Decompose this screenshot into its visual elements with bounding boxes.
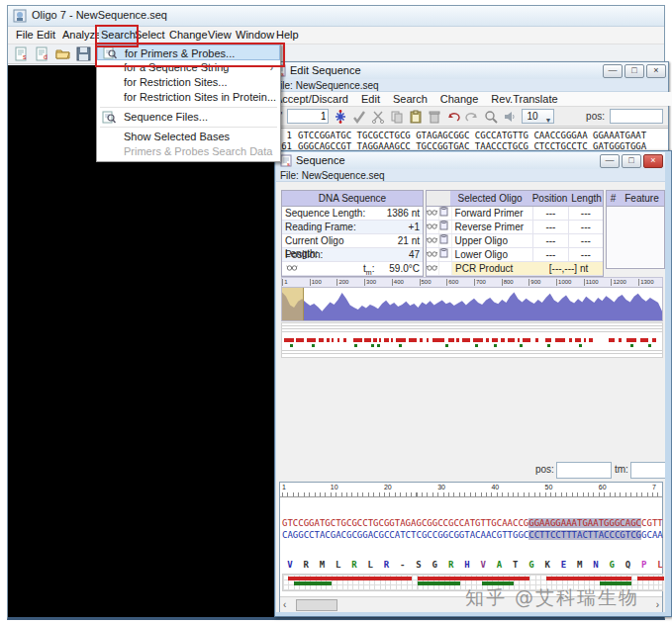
menu-item-6[interactable]: Primers & Probes Search Data — [97, 144, 280, 159]
menu-item-5[interactable]: Show Selected Bases — [97, 130, 280, 144]
edit-menu-change[interactable]: Change — [440, 92, 479, 106]
oligo-row-reverse-primer[interactable]: Reverse Primer------ — [427, 221, 603, 234]
menu-item-label: for Restriction Sites... — [124, 76, 228, 88]
track-red-segment — [545, 338, 551, 342]
delete-trash-icon[interactable] — [428, 110, 441, 124]
clipboard-icon[interactable] — [439, 248, 452, 261]
analyze-glasses-icon[interactable] — [427, 248, 439, 261]
svg-text:s: s — [287, 161, 290, 167]
insert-anchor-icon[interactable] — [334, 110, 347, 124]
histogram-tick: 1000 — [556, 279, 571, 286]
track-red-segment — [353, 338, 362, 342]
watermark: 知乎 @艾科瑞生物 — [465, 585, 639, 611]
scroll-right-arrow[interactable]: › — [656, 599, 659, 610]
tm-histogram[interactable] — [281, 287, 663, 321]
new-document-icon[interactable]: d — [35, 46, 49, 61]
track-red-segment — [652, 338, 656, 342]
edit-window-titlebar[interactable]: s Edit Sequence — □ × — [270, 62, 668, 80]
track-red-segment — [589, 338, 593, 342]
feature-table-body[interactable] — [607, 207, 664, 267]
sequence-window-titlebar[interactable]: s Sequence — □ × — [276, 152, 665, 170]
oligo-row-upper-oligo[interactable]: Upper Oligo------ — [427, 234, 603, 248]
menu-separator — [100, 107, 277, 108]
undo-icon[interactable] — [446, 110, 460, 124]
status-pos-label: pos: — [535, 464, 554, 475]
menubar-item-window[interactable]: Window — [234, 27, 276, 44]
edit-maximize-button[interactable]: □ — [624, 64, 644, 78]
analyze-glasses-icon[interactable] — [427, 207, 439, 220]
menu-item-0[interactable]: for Primers & Probes... — [97, 45, 280, 60]
status-pos-input[interactable] — [556, 462, 612, 479]
top-strand-pre: GTCCGGATGCTGCGCCTGCGGTAGAGCGGCCGCCATGTTG… — [282, 518, 528, 528]
menu-item-2[interactable]: for Restriction Sites... — [97, 75, 280, 90]
accept-check-icon[interactable] — [352, 110, 366, 124]
menubar-item-file[interactable]: File — [14, 27, 36, 44]
menu-separator — [100, 127, 277, 128]
menubar-item-select[interactable]: Select — [133, 27, 167, 44]
selected-oligo-table: Selected Oligo Position Length Forward P… — [426, 190, 604, 277]
dna-sequence-table: DNA Sequence Sequence Length:1386 ntRead… — [281, 190, 424, 277]
scroll-left-arrow[interactable]: ‹ — [283, 599, 286, 610]
dna-row-label: Reading Frame: — [282, 221, 376, 233]
oligo-row-lower-oligo[interactable]: Lower Oligo------ — [427, 248, 603, 262]
analyze-glasses-icon[interactable] — [427, 221, 439, 233]
oligo-position: --- — [532, 221, 567, 233]
clipboard-icon[interactable] — [439, 221, 452, 233]
oligo-name: Reverse Primer — [452, 221, 533, 233]
new-sequence-icon[interactable]: s — [14, 46, 29, 61]
edit-pos-input[interactable] — [610, 109, 663, 124]
histogram-tick: 900 — [528, 279, 540, 286]
track-red-segment — [523, 338, 530, 342]
clipboard-icon[interactable] — [439, 234, 452, 247]
menubar-item-analyze[interactable]: Analyze — [60, 27, 103, 44]
oligo-name: Forward Primer — [452, 207, 533, 220]
menubar-item-help[interactable]: Help — [274, 27, 301, 44]
edit-menu-search[interactable]: Search — [393, 92, 428, 106]
menu-item-3[interactable]: for Restriction Sites in Protein... — [97, 90, 280, 105]
status-tm-input[interactable] — [630, 462, 665, 479]
edit-menu-accept-discard[interactable]: Accept/Discard — [275, 92, 348, 106]
menubar-item-view[interactable]: View — [206, 27, 234, 44]
detail-ruler-tick: 30 — [437, 484, 445, 490]
pcr-product-row[interactable]: PCR Product [---,---] nt — [427, 262, 603, 276]
cut-scissors-icon[interactable] — [371, 110, 385, 124]
edit-menu-edit[interactable]: Edit — [361, 92, 380, 106]
zoom-magnifier-icon[interactable] — [484, 110, 498, 124]
clipboard-icon[interactable] — [439, 207, 452, 220]
copy-icon[interactable] — [390, 110, 404, 124]
speaker-icon[interactable] — [503, 110, 517, 124]
menu-item-1[interactable]: for a Sequence String› — [97, 60, 280, 75]
edit-close-button[interactable]: × — [646, 64, 666, 78]
menu-item-4[interactable]: Sequence Files... — [97, 110, 280, 125]
menubar-item-edit[interactable]: Edit — [35, 27, 57, 44]
oligo-tracks-panel[interactable] — [281, 322, 663, 358]
edit-menu-rev-translate[interactable]: Rev.Translate — [491, 92, 557, 106]
sequence-close-button[interactable]: × — [643, 154, 663, 168]
paste-icon[interactable] — [409, 110, 423, 124]
track-red-segment — [332, 338, 334, 342]
histogram-tick: 1200 — [611, 279, 625, 286]
grid-red-segment — [418, 577, 530, 580]
track-red-segment — [619, 338, 622, 342]
sequence-maximize-button[interactable]: □ — [622, 154, 641, 168]
dna-row-value: 1386 nt — [376, 207, 423, 220]
oligo-length: --- — [568, 221, 603, 233]
bottom-strand-sequence[interactable]: CAGGCCTACGACGCGGACGCCATCTCGCCGGCGGTACAAC… — [282, 530, 663, 541]
sequence-position-input[interactable] — [287, 109, 329, 124]
zoom-level-select[interactable]: 10▼ — [522, 109, 554, 124]
menubar-item-change[interactable]: Change — [167, 27, 210, 44]
track-red-segment — [575, 338, 581, 342]
sequence-minimize-button[interactable]: — — [600, 154, 620, 168]
scrollbar-thumb[interactable] — [296, 599, 337, 611]
main-titlebar[interactable]: Oligo 7 - NewSequence.seq — [8, 6, 664, 27]
redo-icon[interactable] — [465, 110, 479, 124]
track-green-dot — [354, 344, 357, 347]
open-file-icon[interactable] — [55, 46, 70, 61]
analyze-glasses-icon[interactable] — [427, 234, 439, 247]
track-green-dot — [630, 344, 633, 347]
track-red-segment — [462, 338, 470, 342]
oligo-row-forward-primer[interactable]: Forward Primer------ — [427, 207, 603, 221]
save-icon[interactable] — [76, 46, 91, 61]
top-strand-sequence[interactable]: GTCCGGATGCTGCGCCTGCGGTAGAGCGGCCGCCATGTTG… — [282, 518, 663, 529]
edit-minimize-button[interactable]: — — [603, 64, 623, 78]
